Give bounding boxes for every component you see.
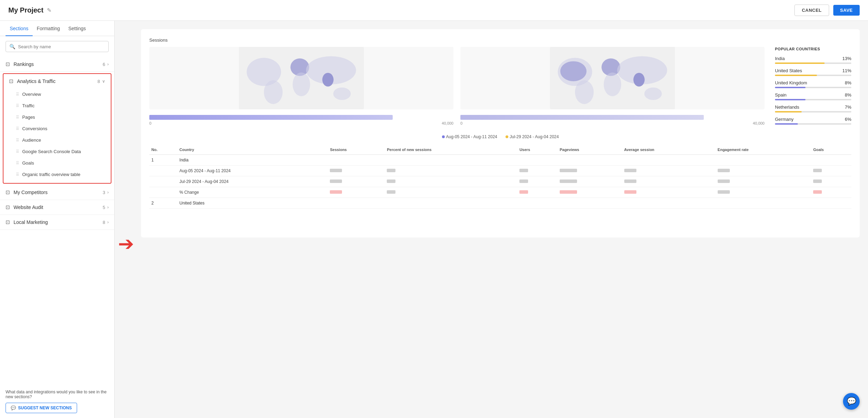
sidebar: Sections Formatting Settings 🔍 ⊡ Ranking… — [0, 21, 115, 418]
cell-blurred — [558, 176, 622, 187]
country-india-pct: 13% — [842, 56, 851, 61]
suggest-button[interactable]: 💬 SUGGEST NEW SECTIONS — [6, 403, 77, 413]
analytics-label: Analytics & Traffic — [17, 78, 56, 84]
legend-dot-2 — [506, 135, 508, 138]
cell-blurred — [385, 166, 517, 176]
cell-blurred-pink2 — [385, 187, 517, 198]
tab-sections[interactable]: Sections — [6, 21, 33, 36]
legend-item-2: Jul-29 2024 - Aug-04 2024 — [506, 134, 559, 139]
sessions-label: Sessions — [149, 37, 851, 43]
sub-item-conversions[interactable]: ⠿ Conversions — [3, 123, 111, 134]
search-input[interactable] — [18, 44, 105, 49]
sub-item-audience[interactable]: ⠿ Audience — [3, 134, 111, 146]
country-us-pct: 11% — [842, 68, 851, 73]
country-netherlands: Netherlands 7% — [775, 104, 851, 112]
country-us-label: United States — [775, 68, 802, 73]
cell-blurred-pink3 — [517, 187, 558, 198]
cell-blurred — [716, 176, 811, 187]
cell-blurred — [517, 176, 558, 187]
sidebar-item-local: ⊡ Local Marketing 8 › — [0, 215, 114, 230]
cell-no-2: 2 — [149, 198, 177, 209]
table-row: Aug-05 2024 - Aug-11 2024 — [149, 166, 851, 176]
cell-blurred — [517, 166, 558, 176]
audit-count: 5 — [103, 205, 105, 210]
svg-point-16 — [644, 87, 662, 100]
save-button[interactable]: SAVE — [833, 5, 860, 16]
analytics-header[interactable]: ⊡ Analytics & Traffic 8 ∨ — [3, 74, 111, 89]
sub-item-goals[interactable]: ⠿ Goals — [3, 157, 111, 169]
content-area: ➔ Sessions — [115, 21, 868, 418]
sub-item-organic-table[interactable]: ⠿ Organic traffic overview table — [3, 169, 111, 180]
blurred-value — [519, 179, 528, 183]
th-country: Country — [177, 145, 328, 155]
red-arrow-icon: ➔ — [118, 233, 134, 255]
blurred-value — [624, 179, 636, 183]
bar-2 — [460, 115, 704, 120]
sub-item-gsc[interactable]: ⠿ Google Search Console Data — [3, 146, 111, 157]
sub-item-pages[interactable]: ⠿ Pages — [3, 111, 111, 123]
analytics-folder-icon: ⊡ — [9, 78, 14, 84]
audit-header[interactable]: ⊡ Website Audit 5 › — [0, 200, 114, 215]
drag-icon: ⠿ — [16, 161, 19, 166]
sub-item-overview[interactable]: ⠿ Overview — [3, 89, 111, 100]
drag-icon: ⠿ — [16, 172, 19, 177]
th-users: Users — [517, 145, 558, 155]
rankings-header[interactable]: ⊡ Rankings 6 › — [0, 57, 114, 72]
country-germany-label: Germany — [775, 117, 793, 122]
blurred-pink-value — [519, 190, 528, 194]
country-netherlands-pct: 7% — [845, 104, 851, 110]
drag-icon: ⠿ — [16, 126, 19, 131]
bar-charts: 0 40,000 0 40,000 — [149, 115, 765, 125]
legend-label-2: Jul-29 2024 - Aug-04 2024 — [510, 134, 559, 139]
th-avg-session: Average session — [622, 145, 716, 155]
map-1 — [149, 47, 453, 109]
tab-formatting[interactable]: Formatting — [33, 21, 64, 36]
cell-blurred — [716, 166, 811, 176]
competitors-header[interactable]: ⊡ My Competitors 3 › — [0, 185, 114, 200]
search-box: 🔍 — [6, 41, 109, 52]
drag-icon: ⠿ — [16, 149, 19, 154]
country-germany-bar — [775, 123, 798, 125]
svg-point-15 — [560, 61, 587, 81]
country-germany-pct: 6% — [845, 117, 851, 122]
cell-blurred-pink4 — [558, 187, 622, 198]
cell-empty3 — [149, 187, 177, 198]
suggest-button-label: SUGGEST NEW SECTIONS — [18, 406, 72, 410]
header-actions: CANCEL SAVE — [794, 5, 860, 16]
blurred-value — [718, 190, 730, 194]
legend-dot-1 — [442, 135, 445, 138]
blurred-value — [813, 179, 822, 183]
rankings-arrow: › — [107, 62, 109, 67]
bar-label-0b: 0 — [460, 121, 462, 125]
blurred-value — [387, 169, 395, 172]
country-us-bar — [775, 75, 817, 76]
bar-labels-1: 0 40,000 — [149, 121, 453, 125]
sidebar-item-rankings: ⊡ Rankings 6 › — [0, 57, 114, 72]
country-spain-bar — [775, 99, 806, 100]
sub-item-traffic[interactable]: ⠿ Traffic — [3, 100, 111, 111]
main-scroll: Sessions — [137, 21, 868, 418]
cancel-button[interactable]: CANCEL — [794, 5, 829, 16]
competitors-arrow: › — [107, 190, 109, 195]
svg-point-12 — [604, 73, 621, 96]
drag-icon: ⠿ — [16, 138, 19, 143]
th-sessions: Sessions — [328, 145, 385, 155]
analytics-count: 8 — [98, 79, 100, 84]
tab-settings[interactable]: Settings — [64, 21, 90, 36]
bar-1 — [149, 115, 393, 120]
svg-point-10 — [575, 80, 594, 104]
local-header[interactable]: ⊡ Local Marketing 8 › — [0, 215, 114, 229]
sub-item-traffic-label: Traffic — [22, 103, 34, 108]
rankings-count: 6 — [103, 62, 105, 67]
cell-blurred — [385, 176, 517, 187]
blurred-value — [560, 179, 577, 183]
blurred-value — [387, 179, 395, 183]
map-popular-row: 0 40,000 0 40,000 — [149, 47, 851, 129]
header-left: My Project ✎ — [8, 6, 51, 14]
country-spain-pct: 8% — [845, 92, 851, 98]
folder-icon: ⊡ — [6, 204, 10, 210]
edit-icon[interactable]: ✎ — [47, 7, 51, 14]
cell-country-us: United States — [177, 198, 328, 209]
blurred-value — [813, 169, 822, 172]
chat-bubble[interactable]: 💬 — [843, 393, 860, 410]
